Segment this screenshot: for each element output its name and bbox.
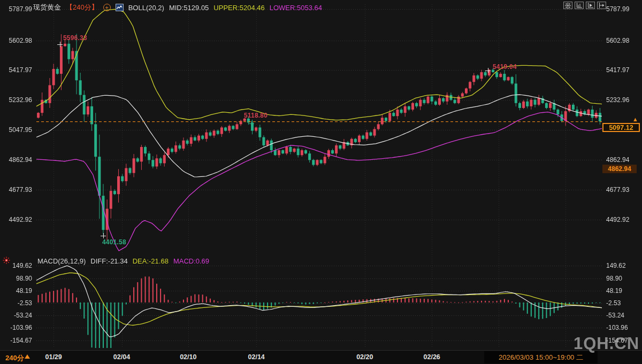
time-axis-bar: 240分 01/2902/0402/1002/1402/2002/26 2026… xyxy=(0,350,642,364)
macd-axis-label-right: -103.96 xyxy=(606,324,628,331)
y-axis-scale-icon[interactable] xyxy=(575,2,584,9)
price-axis-label-left: 5232.96 xyxy=(0,96,32,104)
macd-dea-value: DEA:-21.68 xyxy=(133,257,169,265)
price-up-arrow-icon: ▲ xyxy=(632,117,638,122)
site-watermark: 1QH.CN xyxy=(574,334,639,353)
macd-header: MACD(26,12,9) DIFF:-21.34 DEA:-21.68 MAC… xyxy=(37,257,209,265)
macd-axis-label-left: -154.67 xyxy=(0,337,32,344)
bottom-timeframe-label[interactable]: 240分 xyxy=(5,353,24,363)
kline-style-icon[interactable] xyxy=(116,4,124,11)
price-axis-label-right: 5602.98 xyxy=(606,37,629,44)
macd-axis-label-left: -2.53 xyxy=(0,299,32,307)
macd-axis-label-right: 98.90 xyxy=(606,275,622,282)
boll-upper-value: UPPER:5204.46 xyxy=(213,4,264,12)
price-annotation: 5419.04 xyxy=(493,63,517,71)
symbol-name[interactable]: 现货黄金 xyxy=(33,3,61,12)
macd-label[interactable]: MACD(26,12,9) xyxy=(37,257,86,265)
price-axis-label-left: 5602.98 xyxy=(0,37,32,44)
price-annotation: 5118.80 xyxy=(244,112,268,119)
price-axis-label-right: 4862.94 xyxy=(606,156,629,164)
macd-axis-label-left: 98.90 xyxy=(0,275,32,282)
macd-axis-label-right: 48.19 xyxy=(606,287,622,295)
date-tick-label: 02/04 xyxy=(113,353,130,361)
boll-lower-value: LOWER:5053.64 xyxy=(270,4,322,12)
boll-label[interactable]: BOLL(20,2) xyxy=(128,4,164,12)
price-axis-label-right: 4492.92 xyxy=(606,216,629,223)
price-axis-label-right: 5787.99 xyxy=(606,5,629,13)
price-axis-label-left: 4862.94 xyxy=(0,156,32,164)
macd-axis-label-left: -53.24 xyxy=(0,312,32,319)
scroll-to-latest-icon[interactable] xyxy=(597,2,606,9)
chart-canvas[interactable] xyxy=(0,0,642,350)
price-axis-label-left: 5417.97 xyxy=(0,66,32,74)
chart-toolbar xyxy=(563,2,606,9)
macd-macd-value: MACD:0.69 xyxy=(173,257,209,265)
macd-diff-value: DIFF:-21.34 xyxy=(90,257,127,265)
date-tick-label: 02/10 xyxy=(180,353,196,361)
macd-axis-label-right: 149.62 xyxy=(606,262,626,269)
date-tick-label: 02/20 xyxy=(356,353,373,361)
price-axis-label-left: 4677.93 xyxy=(0,186,32,193)
current-price-tag[interactable]: 5097.12 xyxy=(602,123,640,132)
pan-crosshair-icon[interactable] xyxy=(563,2,572,9)
timeframe-up-triangle-icon[interactable] xyxy=(25,354,30,359)
date-tick-label: 02/14 xyxy=(248,353,265,361)
date-tick-label: 01/29 xyxy=(45,353,62,361)
macd-axis-label-right: -53.24 xyxy=(606,312,624,319)
indicator-settings-icon[interactable] xyxy=(3,257,10,266)
macd-axis-label-left: -103.96 xyxy=(0,324,32,331)
price-axis-label-left: 5787.99 xyxy=(0,5,32,13)
date-tick-label: 02/26 xyxy=(424,353,440,361)
timeframe-label[interactable]: 【240分】 xyxy=(66,3,98,12)
macd-axis-label-right: -2.53 xyxy=(606,299,621,307)
price-axis-label-right: 5232.96 xyxy=(606,96,629,104)
chart-header: 现货黄金 【240分】 + BOLL(20,2) MID:5129.05 UPP… xyxy=(33,3,322,12)
price-axis-label-right: 4677.93 xyxy=(606,186,629,193)
price-annotation: 4401.58 xyxy=(102,238,126,246)
prev-close-tag: 4862.94 xyxy=(602,165,637,173)
boll-mid-value: MID:5129.05 xyxy=(169,4,209,12)
price-axis-label-left: 4492.92 xyxy=(0,216,32,223)
price-axis-label-right: 5417.97 xyxy=(606,66,629,74)
macd-axis-label-left: 48.19 xyxy=(0,287,32,295)
price-axis-label-left: 5047.95 xyxy=(0,126,32,134)
playback-icon[interactable] xyxy=(586,2,595,9)
price-annotation: 5596.33 xyxy=(63,34,87,42)
trading-chart-app: 现货黄金 【240分】 + BOLL(20,2) MID:5129.05 UPP… xyxy=(0,0,642,364)
add-indicator-icon[interactable]: + xyxy=(103,4,111,11)
